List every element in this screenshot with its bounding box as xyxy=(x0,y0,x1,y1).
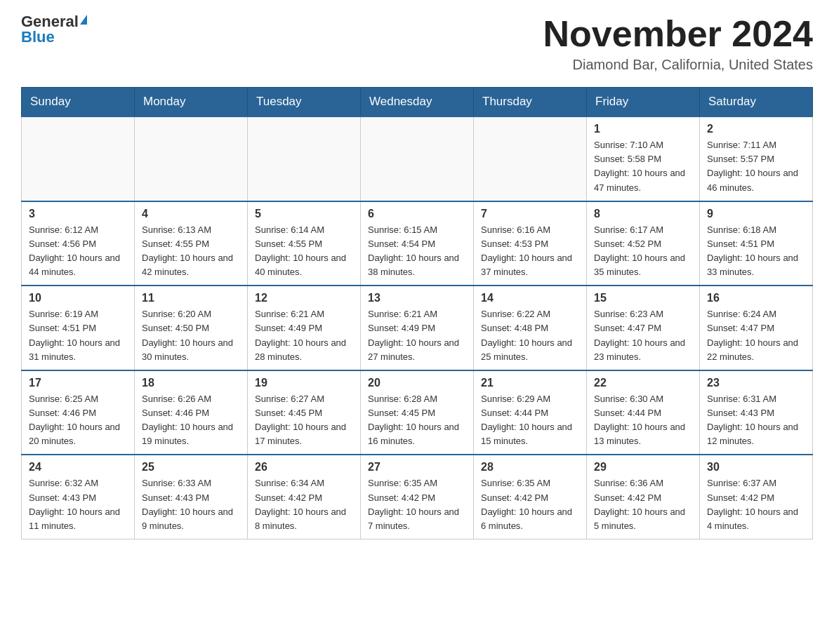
day-number: 29 xyxy=(594,461,692,474)
day-number: 30 xyxy=(707,461,805,474)
day-info: Sunrise: 6:17 AMSunset: 4:52 PMDaylight:… xyxy=(594,223,692,280)
day-number: 6 xyxy=(368,208,466,220)
day-info: Sunrise: 6:32 AMSunset: 4:43 PMDaylight:… xyxy=(29,476,127,533)
calendar-cell: 6Sunrise: 6:15 AMSunset: 4:54 PMDaylight… xyxy=(361,201,474,286)
day-number: 18 xyxy=(142,377,240,389)
day-info: Sunrise: 6:22 AMSunset: 4:48 PMDaylight:… xyxy=(481,307,579,364)
column-header-friday: Friday xyxy=(587,88,700,117)
calendar-cell: 23Sunrise: 6:31 AMSunset: 4:43 PMDayligh… xyxy=(700,370,813,455)
day-info: Sunrise: 6:20 AMSunset: 4:50 PMDaylight:… xyxy=(142,307,240,364)
day-info: Sunrise: 6:27 AMSunset: 4:45 PMDaylight:… xyxy=(255,392,353,449)
calendar-cell xyxy=(248,116,361,201)
logo-triangle-icon xyxy=(80,15,87,25)
column-header-tuesday: Tuesday xyxy=(248,88,361,117)
day-info: Sunrise: 7:11 AMSunset: 5:57 PMDaylight:… xyxy=(707,138,805,195)
calendar-header-row: SundayMondayTuesdayWednesdayThursdayFrid… xyxy=(22,88,813,117)
day-number: 24 xyxy=(29,461,127,474)
day-info: Sunrise: 6:12 AMSunset: 4:56 PMDaylight:… xyxy=(29,223,127,280)
calendar-cell: 27Sunrise: 6:35 AMSunset: 4:42 PMDayligh… xyxy=(361,455,474,539)
calendar-cell: 24Sunrise: 6:32 AMSunset: 4:43 PMDayligh… xyxy=(22,455,135,539)
month-title: November 2024 xyxy=(543,14,813,54)
day-number: 10 xyxy=(29,292,127,304)
day-info: Sunrise: 6:28 AMSunset: 4:45 PMDaylight:… xyxy=(368,392,466,449)
column-header-saturday: Saturday xyxy=(700,88,813,117)
calendar-cell xyxy=(474,116,587,201)
calendar-cell: 13Sunrise: 6:21 AMSunset: 4:49 PMDayligh… xyxy=(361,286,474,370)
calendar-cell: 15Sunrise: 6:23 AMSunset: 4:47 PMDayligh… xyxy=(587,286,700,370)
day-info: Sunrise: 6:25 AMSunset: 4:46 PMDaylight:… xyxy=(29,392,127,449)
calendar-cell xyxy=(22,116,135,201)
calendar-cell: 22Sunrise: 6:30 AMSunset: 4:44 PMDayligh… xyxy=(587,370,700,455)
week-row-5: 24Sunrise: 6:32 AMSunset: 4:43 PMDayligh… xyxy=(22,455,813,539)
day-number: 3 xyxy=(29,208,127,220)
day-info: Sunrise: 6:36 AMSunset: 4:42 PMDaylight:… xyxy=(594,476,692,533)
calendar-cell: 9Sunrise: 6:18 AMSunset: 4:51 PMDaylight… xyxy=(700,201,813,286)
day-info: Sunrise: 6:34 AMSunset: 4:42 PMDaylight:… xyxy=(255,476,353,533)
calendar-cell: 4Sunrise: 6:13 AMSunset: 4:55 PMDaylight… xyxy=(135,201,248,286)
calendar-cell: 12Sunrise: 6:21 AMSunset: 4:49 PMDayligh… xyxy=(248,286,361,370)
calendar-cell xyxy=(135,116,248,201)
calendar-cell: 3Sunrise: 6:12 AMSunset: 4:56 PMDaylight… xyxy=(22,201,135,286)
calendar-cell: 7Sunrise: 6:16 AMSunset: 4:53 PMDaylight… xyxy=(474,201,587,286)
day-number: 7 xyxy=(481,208,579,220)
day-info: Sunrise: 6:30 AMSunset: 4:44 PMDaylight:… xyxy=(594,392,692,449)
day-number: 22 xyxy=(594,377,692,389)
week-row-3: 10Sunrise: 6:19 AMSunset: 4:51 PMDayligh… xyxy=(22,286,813,370)
day-number: 26 xyxy=(255,461,353,474)
column-header-wednesday: Wednesday xyxy=(361,88,474,117)
day-number: 2 xyxy=(707,123,805,135)
day-number: 15 xyxy=(594,292,692,304)
column-header-thursday: Thursday xyxy=(474,88,587,117)
day-info: Sunrise: 6:24 AMSunset: 4:47 PMDaylight:… xyxy=(707,307,805,364)
week-row-2: 3Sunrise: 6:12 AMSunset: 4:56 PMDaylight… xyxy=(22,201,813,286)
calendar-cell: 25Sunrise: 6:33 AMSunset: 4:43 PMDayligh… xyxy=(135,455,248,539)
calendar-cell: 1Sunrise: 7:10 AMSunset: 5:58 PMDaylight… xyxy=(587,116,700,201)
day-info: Sunrise: 6:16 AMSunset: 4:53 PMDaylight:… xyxy=(481,223,579,280)
page-header: General Blue November 2024 Diamond Bar, … xyxy=(21,14,813,73)
calendar-cell: 5Sunrise: 6:14 AMSunset: 4:55 PMDaylight… xyxy=(248,201,361,286)
calendar-cell: 21Sunrise: 6:29 AMSunset: 4:44 PMDayligh… xyxy=(474,370,587,455)
column-header-monday: Monday xyxy=(135,88,248,117)
day-number: 25 xyxy=(142,461,240,474)
day-info: Sunrise: 6:23 AMSunset: 4:47 PMDaylight:… xyxy=(594,307,692,364)
logo-blue-text: Blue xyxy=(21,29,55,45)
day-number: 27 xyxy=(368,461,466,474)
day-number: 1 xyxy=(594,123,692,135)
day-info: Sunrise: 6:35 AMSunset: 4:42 PMDaylight:… xyxy=(368,476,466,533)
day-number: 11 xyxy=(142,292,240,304)
day-number: 12 xyxy=(255,292,353,304)
day-number: 16 xyxy=(707,292,805,304)
calendar-cell: 10Sunrise: 6:19 AMSunset: 4:51 PMDayligh… xyxy=(22,286,135,370)
calendar-cell xyxy=(361,116,474,201)
day-info: Sunrise: 6:21 AMSunset: 4:49 PMDaylight:… xyxy=(368,307,466,364)
day-number: 14 xyxy=(481,292,579,304)
calendar-cell: 20Sunrise: 6:28 AMSunset: 4:45 PMDayligh… xyxy=(361,370,474,455)
day-info: Sunrise: 7:10 AMSunset: 5:58 PMDaylight:… xyxy=(594,138,692,195)
day-info: Sunrise: 6:15 AMSunset: 4:54 PMDaylight:… xyxy=(368,223,466,280)
day-info: Sunrise: 6:14 AMSunset: 4:55 PMDaylight:… xyxy=(255,223,353,280)
calendar-table: SundayMondayTuesdayWednesdayThursdayFrid… xyxy=(21,87,813,539)
day-number: 9 xyxy=(707,208,805,220)
calendar-cell: 18Sunrise: 6:26 AMSunset: 4:46 PMDayligh… xyxy=(135,370,248,455)
day-number: 19 xyxy=(255,377,353,389)
calendar-cell: 2Sunrise: 7:11 AMSunset: 5:57 PMDaylight… xyxy=(700,116,813,201)
day-number: 20 xyxy=(368,377,466,389)
day-number: 8 xyxy=(594,208,692,220)
column-header-sunday: Sunday xyxy=(22,88,135,117)
day-info: Sunrise: 6:19 AMSunset: 4:51 PMDaylight:… xyxy=(29,307,127,364)
location-text: Diamond Bar, California, United States xyxy=(543,57,813,73)
logo: General Blue xyxy=(21,14,87,45)
day-number: 28 xyxy=(481,461,579,474)
day-info: Sunrise: 6:31 AMSunset: 4:43 PMDaylight:… xyxy=(707,392,805,449)
calendar-cell: 17Sunrise: 6:25 AMSunset: 4:46 PMDayligh… xyxy=(22,370,135,455)
calendar-cell: 14Sunrise: 6:22 AMSunset: 4:48 PMDayligh… xyxy=(474,286,587,370)
calendar-cell: 26Sunrise: 6:34 AMSunset: 4:42 PMDayligh… xyxy=(248,455,361,539)
day-number: 13 xyxy=(368,292,466,304)
calendar-cell: 28Sunrise: 6:35 AMSunset: 4:42 PMDayligh… xyxy=(474,455,587,539)
calendar-cell: 29Sunrise: 6:36 AMSunset: 4:42 PMDayligh… xyxy=(587,455,700,539)
day-info: Sunrise: 6:33 AMSunset: 4:43 PMDaylight:… xyxy=(142,476,240,533)
week-row-4: 17Sunrise: 6:25 AMSunset: 4:46 PMDayligh… xyxy=(22,370,813,455)
day-number: 21 xyxy=(481,377,579,389)
calendar-cell: 30Sunrise: 6:37 AMSunset: 4:42 PMDayligh… xyxy=(700,455,813,539)
day-number: 5 xyxy=(255,208,353,220)
